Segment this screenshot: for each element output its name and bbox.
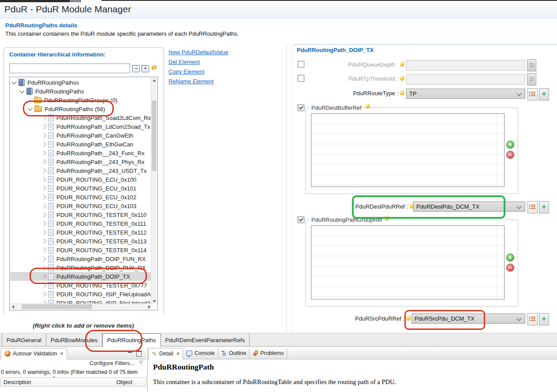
chevron-collapsed-icon[interactable] [41,230,46,235]
scroll-right-arrow[interactable] [148,305,150,309]
queue-depth-checkbox[interactable] [298,61,304,67]
tree-item[interactable]: PDUR_ROUTING_ISIP_FileUploadAuth [10,290,152,299]
chevron-collapsed-icon[interactable] [41,283,46,287]
module-tab-PduRBswModules[interactable]: PduRBswModules [46,333,102,347]
tree-item[interactable]: PduRRoutingPath__243_Phys_Rx [10,157,152,166]
remove-circle-icon[interactable]: − [506,151,514,159]
route-type-add-button[interactable]: + [539,88,549,101]
route-type-select[interactable]: TP [406,89,525,99]
chevron-collapsed-icon[interactable] [41,124,46,129]
chevron-collapsed-icon[interactable] [41,212,46,217]
module-tab-PduRRoutingPaths[interactable]: PduRRoutingPaths [102,333,161,347]
tree-horizontal-scrollbar[interactable] [10,303,152,310]
chevron-collapsed-icon[interactable] [41,291,46,296]
dest-pdu-ref-select[interactable]: PduRDestPdu_DCM_TX [413,202,525,212]
column-header-object[interactable]: Object [114,377,146,387]
queue-depth-default-button[interactable]: D [527,59,536,71]
tree-item[interactable]: PduRRoutingPath__243_Func_Rx [10,149,152,157]
chevron-collapsed-icon[interactable] [41,203,46,208]
panel-sash[interactable] [286,44,287,333]
tree-vertical-scrollbar[interactable] [151,78,157,304]
chevron-expanded-icon[interactable] [27,106,32,111]
refresh-icon[interactable]: ⇄ [151,63,157,71]
add-circle-icon[interactable]: + [506,141,514,149]
chevron-collapsed-icon[interactable] [41,115,46,120]
module-tab-PduRGeneral[interactable]: PduRGeneral [2,333,46,347]
tree-item[interactable]: PDUR_ROUTING_TESTER_0x111 [10,219,152,228]
tree-item[interactable]: PduRRoutingPath__243_USDT_Tx [10,166,152,175]
horizontal-scroll-thumb[interactable] [22,304,92,309]
tree-item[interactable]: PDUR_ROUTING_TESTER_0x110 [10,210,152,219]
tree-item[interactable]: PduRRoutingPath_EthGwCan [10,140,152,149]
tree-item[interactable]: PDUR_ROUTING_TESTER_0x113 [10,237,152,246]
action-link[interactable]: New PduRDefaultValue [168,48,228,57]
tree-item[interactable]: PDUR_ROUTING_TESTER_0x114 [10,246,152,254]
tree-item[interactable]: PDUR_ROUTING_TESTER_0x112 [10,228,152,237]
action-link[interactable]: ReName Element [168,77,228,86]
chevron-collapsed-icon[interactable] [41,177,46,182]
column-header-description[interactable]: Description [0,377,114,387]
tree-item[interactable]: PduRRoutingPath_DOIP_TX [10,272,152,281]
close-icon[interactable]: × [60,351,64,357]
tree-item[interactable]: PduRRoutingPath_LdCom2Soad_Tx [10,122,152,131]
tree-item[interactable]: PduRRoutingPaths [10,87,152,96]
tree-item[interactable]: PDUR_ROUTING_ECU_0x101 [10,184,152,193]
remove-circle-icon[interactable]: − [506,264,514,272]
chevron-collapsed-icon[interactable] [41,256,46,261]
minimize-icon[interactable] [128,351,133,355]
chevron-expanded-icon[interactable] [11,79,16,84]
vertical-scroll-thumb[interactable] [152,101,157,171]
tab-autosar-validation[interactable]: Autosar Validation × [1,348,67,359]
tree-item[interactable]: PDUR_ROUTING_TESTER_0x777 [10,281,152,290]
chevron-collapsed-icon[interactable] [41,159,46,164]
chevron-collapsed-icon[interactable] [41,133,46,138]
expand-all-icon[interactable]: + [142,65,149,72]
tab-console[interactable]: Console [183,348,218,358]
tab-outline[interactable]: Outline [218,348,250,358]
route-type-list-button[interactable] [527,88,538,101]
tree-item[interactable]: PduRRoutingPath_CanGwEth [10,131,152,140]
chevron-collapsed-icon[interactable] [41,247,46,252]
chevron-collapsed-icon[interactable] [41,194,46,199]
src-pdu-ref-list-button[interactable] [527,313,538,325]
chevron-collapsed-icon[interactable] [41,168,46,173]
scroll-down-arrow[interactable] [153,300,156,302]
maximize-icon[interactable] [136,351,142,357]
tree-item[interactable]: PduRRoutingPath_DOIP_PHY_RX [10,263,152,272]
tree-item[interactable]: PduRRoutingPathss [10,78,152,87]
tree-item[interactable]: PDUR_ROUTING_ECU_0x103 [10,202,152,210]
tab-detail[interactable]: ✎Detail× [149,348,183,359]
tree-item[interactable]: PDUR_ROUTING_ECU_0x100 [10,175,152,184]
tab-problems[interactable]: Problems [250,348,287,358]
chevron-collapsed-icon[interactable] [41,150,46,155]
chevron-collapsed-icon[interactable] [41,265,46,270]
chevron-expanded-icon[interactable] [19,88,24,93]
tp-threshold-input[interactable] [406,74,525,85]
module-tab-PduRDemEventParameterRefs[interactable]: PduRDemEventParameterRefs [161,333,250,347]
tree-item[interactable]: PduRRoutingPathGroups (0) [10,96,152,105]
view-menu-icon[interactable]: ▽ [139,359,143,365]
chevron-collapsed-icon[interactable] [41,186,46,190]
scroll-up-arrow[interactable] [153,79,156,82]
tree-item[interactable]: PduRRoutingPath_Soad2LdCom_Rx [10,113,152,122]
dest-buffer-ref-checkbox[interactable] [298,105,304,111]
chevron-collapsed-icon[interactable] [41,221,46,226]
routing-path-group-ref-list[interactable] [311,225,505,299]
dest-buffer-ref-list[interactable] [311,113,505,187]
close-icon[interactable]: × [176,351,179,357]
tp-threshold-checkbox[interactable] [298,75,304,82]
action-link[interactable]: Del Element [168,57,228,67]
src-pdu-ref-add-button[interactable]: + [539,313,549,325]
chevron-collapsed-icon[interactable] [41,239,46,243]
tree-item[interactable]: PduRRoutingPath_DOIP_FUN_RX [10,254,152,263]
dest-pdu-ref-list-button[interactable] [527,201,538,213]
scroll-left-arrow[interactable] [12,305,14,309]
chevron-collapsed-icon[interactable] [41,142,46,146]
tree-item[interactable]: PDUR_ROUTING_ECU_0x102 [10,193,152,202]
configure-filters-button[interactable]: Configure Filters... [90,360,135,366]
dest-pdu-ref-add-button[interactable]: + [539,201,549,213]
tree-filter-input[interactable] [9,63,130,73]
tp-threshold-default-button[interactable]: D [527,73,536,86]
tree-item[interactable]: PduRRoutingPaths (58) [10,105,152,113]
collapse-all-icon[interactable]: − [132,65,140,72]
